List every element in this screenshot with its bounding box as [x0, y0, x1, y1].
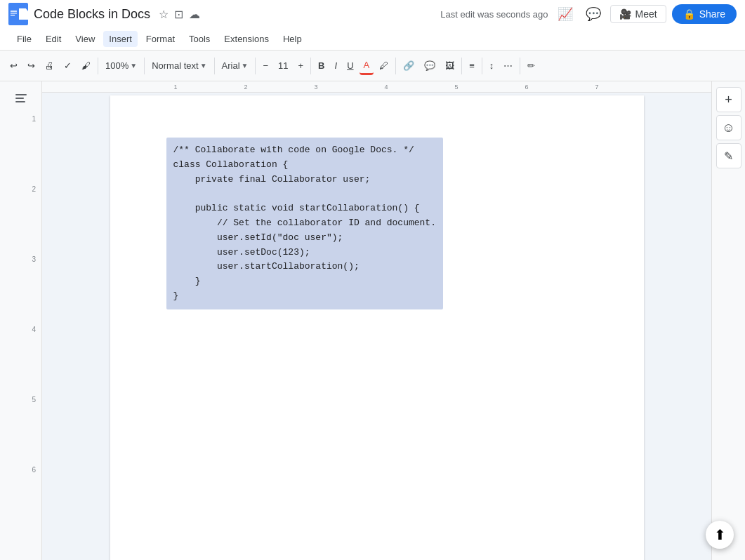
ruler-mark-3: 3: [281, 84, 351, 91]
comment-button[interactable]: 💬: [420, 58, 440, 74]
menu-extensions[interactable]: Extensions: [218, 31, 275, 47]
menu-edit[interactable]: Edit: [40, 31, 67, 47]
divider-4: [255, 58, 256, 74]
document-canvas[interactable]: 1 2 3 4 5 6 7 /** Collaborate with code …: [42, 81, 711, 560]
ruler-num-3: 3: [32, 255, 39, 326]
code-line-4: [173, 187, 436, 201]
spellcheck-button[interactable]: ✓: [60, 58, 76, 74]
undo-button[interactable]: ↩: [6, 58, 22, 74]
style-value: Normal text: [152, 60, 198, 71]
link-button[interactable]: 🔗: [399, 58, 418, 74]
divider-1: [98, 58, 98, 74]
feedback-sidebar-button[interactable]: ✎: [716, 143, 741, 168]
menu-insert[interactable]: Insert: [103, 31, 138, 47]
editing-mode-button[interactable]: ✏: [523, 58, 539, 74]
ruler-numbers: 1 2 3 4 5 6: [32, 115, 39, 536]
text-color-button[interactable]: A: [360, 57, 374, 75]
font-dropdown[interactable]: Arial ▼: [218, 58, 253, 74]
ruler-num-1: 1: [32, 115, 39, 185]
divider-9: [520, 58, 520, 74]
star-icon[interactable]: ☆: [159, 8, 169, 21]
style-chevron: ▼: [200, 62, 207, 69]
menu-help[interactable]: Help: [277, 31, 308, 47]
svg-rect-4: [15, 94, 27, 95]
font-size-decrease[interactable]: −: [258, 58, 272, 74]
app-logo: [8, 3, 28, 25]
meet-button[interactable]: 🎥 Meet: [610, 5, 666, 23]
ruler-mark-1: 1: [140, 84, 211, 91]
add-sidebar-button[interactable]: +: [716, 87, 741, 112]
right-sidebar: + ☺ ✎: [711, 81, 745, 560]
lock-icon: 🔒: [683, 8, 695, 20]
meet-label: Meet: [635, 8, 657, 20]
ruler-num-5: 5: [32, 396, 39, 466]
toolbar-right: 📈 💬 🎥 Meet 🔒 Share: [554, 3, 737, 25]
share-button[interactable]: 🔒 Share: [672, 4, 737, 24]
analytics-icon[interactable]: 📈: [554, 3, 576, 25]
divider-7: [461, 58, 462, 74]
style-dropdown[interactable]: Normal text ▼: [147, 58, 211, 74]
code-block[interactable]: /** Collaborate with code on Google Docs…: [166, 138, 443, 309]
last-edit-status: Last edit was seconds ago: [440, 9, 548, 20]
zoom-dropdown[interactable]: 100% ▼: [101, 58, 141, 74]
font-chevron: ▼: [242, 62, 249, 69]
left-margin: 1 2 3 4 5 6: [0, 81, 42, 560]
code-line-2: class Collaboration {: [173, 158, 436, 173]
divider-3: [214, 58, 215, 74]
explore-button[interactable]: ⬆: [706, 521, 734, 549]
svg-rect-0: [8, 8, 19, 21]
meet-icon: 🎥: [619, 8, 631, 20]
feedback-icon: ✎: [724, 149, 733, 163]
code-line-9: user.startCollaboration();: [173, 260, 436, 274]
print-button[interactable]: 🖨: [41, 58, 58, 74]
more-options-button[interactable]: ⋯: [499, 58, 517, 74]
code-line-5: public static void startCollaboration() …: [173, 201, 436, 216]
share-label: Share: [699, 8, 725, 20]
svg-rect-5: [15, 98, 24, 99]
folder-icon[interactable]: ⊡: [174, 8, 183, 21]
ruler-mark-2: 2: [211, 84, 281, 91]
format-bar: ↩ ↪ 🖨 ✓ 🖌 100% ▼ Normal text ▼ Arial ▼ −…: [0, 51, 745, 81]
ruler-mark-4: 4: [351, 84, 421, 91]
code-line-1: /** Collaborate with code on Google Docs…: [173, 143, 436, 158]
document-page: /** Collaborate with code on Google Docs…: [110, 95, 644, 560]
emoji-icon: ☺: [722, 121, 734, 135]
divider-2: [144, 58, 145, 74]
divider-5: [310, 58, 311, 74]
outline-toggle[interactable]: [10, 87, 32, 109]
svg-rect-2: [11, 13, 17, 13]
emoji-sidebar-button[interactable]: ☺: [716, 115, 741, 140]
italic-button[interactable]: I: [331, 58, 342, 74]
ruler-mark-6: 6: [492, 84, 562, 91]
code-line-10: }: [173, 274, 436, 289]
menu-tools[interactable]: Tools: [183, 31, 216, 47]
highlight-button[interactable]: 🖊: [375, 58, 393, 74]
divider-6: [395, 58, 396, 74]
paint-format-button[interactable]: 🖌: [77, 58, 95, 74]
align-button[interactable]: ≡: [465, 58, 479, 74]
comments-icon[interactable]: 💬: [582, 3, 605, 25]
font-size-increase[interactable]: +: [294, 58, 308, 74]
bottom-right-area: ⬆: [706, 521, 734, 549]
ruler-mark-7: 7: [562, 84, 632, 91]
explore-icon: ⬆: [714, 526, 726, 543]
menu-format[interactable]: Format: [140, 31, 180, 47]
menu-bar: File Edit View Insert Format Tools Exten…: [0, 28, 745, 51]
zoom-chevron: ▼: [130, 62, 137, 69]
ruler-num-4: 4: [32, 326, 39, 396]
bold-button[interactable]: B: [314, 58, 329, 74]
cloud-icon[interactable]: ☁: [189, 8, 200, 21]
line-spacing-button[interactable]: ↕: [485, 58, 499, 74]
menu-file[interactable]: File: [11, 31, 37, 47]
svg-rect-3: [11, 15, 15, 15]
code-line-3: private final Collaborator user;: [173, 173, 436, 187]
underline-button[interactable]: U: [343, 58, 357, 74]
code-line-7: user.setId("doc user");: [173, 231, 436, 246]
title-actions: ☆ ⊡ ☁: [159, 8, 200, 21]
ruler-num-6: 6: [32, 466, 39, 536]
image-button[interactable]: 🖼: [441, 58, 459, 74]
menu-view[interactable]: View: [70, 31, 100, 47]
ruler-num-2: 2: [32, 185, 39, 255]
redo-button[interactable]: ↪: [23, 58, 39, 74]
document-title: Code Blocks in Docs: [34, 7, 150, 22]
